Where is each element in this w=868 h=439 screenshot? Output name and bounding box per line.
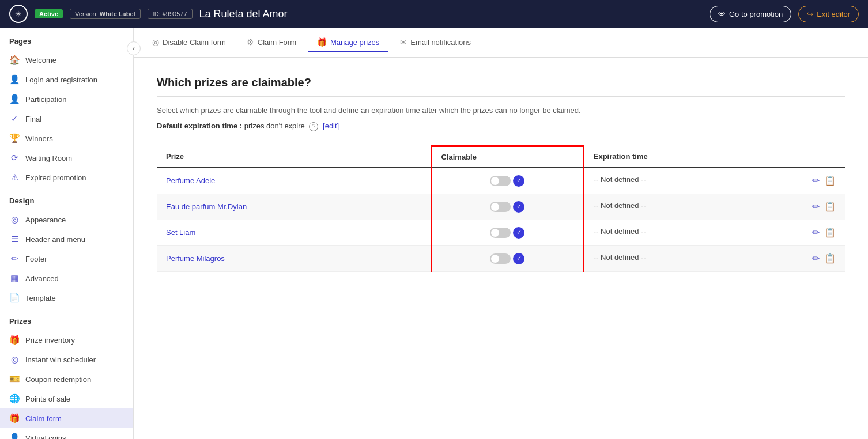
copy-icon[interactable]: 📋 bbox=[824, 227, 836, 238]
claimable-cell: ✓ bbox=[431, 194, 583, 220]
status-badge-active: Active bbox=[35, 9, 63, 18]
edit-link[interactable]: [edit] bbox=[323, 122, 339, 130]
sidebar-item-instant-win[interactable]: ◎ Instant win scheduler bbox=[0, 350, 133, 369]
sidebar-item-label: Header and menu bbox=[25, 235, 85, 244]
toggle-check[interactable]: ✓ bbox=[513, 227, 524, 239]
tab-email-notifications[interactable]: ✉ Email notifications bbox=[391, 33, 480, 52]
sidebar-item-waiting-room[interactable]: ⟳ Waiting Room bbox=[0, 148, 133, 168]
toggle-track[interactable] bbox=[490, 176, 511, 186]
default-expiry-label: Default expiration time : bbox=[157, 122, 242, 130]
toggle-check[interactable]: ✓ bbox=[513, 253, 524, 264]
prize-link[interactable]: Perfume Milagros bbox=[166, 254, 225, 263]
toggle-track[interactable] bbox=[490, 202, 511, 212]
gift-tab-icon: 🎁 bbox=[317, 37, 327, 47]
prize-link[interactable]: Set Liam bbox=[166, 228, 195, 237]
sidebar-item-login[interactable]: 👤 Login and registration bbox=[0, 70, 133, 89]
claimable-cell: ✓ bbox=[431, 168, 583, 194]
sidebar-item-label: Final bbox=[25, 115, 41, 123]
edit-icon[interactable]: ✏ bbox=[812, 253, 820, 264]
col-claimable-header: Claimable bbox=[431, 146, 583, 168]
sidebar-item-final[interactable]: ✓ Final bbox=[0, 109, 133, 128]
sidebar-item-expired[interactable]: ⚠ Expired promotion bbox=[0, 168, 133, 187]
exit-editor-button[interactable]: ↪ Exit editor bbox=[798, 6, 859, 22]
expiry-value: -- Not defined -- bbox=[594, 227, 646, 236]
sidebar-item-label: Virtual coins bbox=[25, 434, 66, 440]
table-row: Perfume Milagros ✓ -- Not defined -- ✏ 📋 bbox=[157, 245, 845, 271]
expiry-value: -- Not defined -- bbox=[594, 201, 646, 210]
sidebar-item-template[interactable]: 📄 Template bbox=[0, 288, 133, 308]
sidebar-item-participation[interactable]: 👤 Participation bbox=[0, 89, 133, 109]
goto-label: Go to promotion bbox=[729, 10, 783, 18]
promotion-title: La Ruleta del Amor bbox=[199, 8, 703, 20]
coupon-icon: 🎫 bbox=[9, 374, 20, 384]
sidebar-item-label: Instant win scheduler bbox=[25, 355, 96, 364]
user-icon: 👤 bbox=[9, 94, 20, 104]
section-design-title: Design bbox=[0, 187, 133, 210]
copy-icon[interactable]: 📋 bbox=[824, 201, 836, 212]
id-badge: ID: #990577 bbox=[148, 9, 193, 19]
sidebar-item-header-menu[interactable]: ☰ Header and menu bbox=[0, 229, 133, 249]
table-row: Eau de parfum Mr.Dylan ✓ -- Not defined … bbox=[157, 194, 845, 220]
sidebar-item-prize-inventory[interactable]: 🎁 Prize inventory bbox=[0, 330, 133, 350]
toggle-check[interactable]: ✓ bbox=[513, 175, 524, 187]
expiry-cell: -- Not defined -- ✏ 📋 bbox=[583, 245, 845, 271]
prize-link[interactable]: Eau de parfum Mr.Dylan bbox=[166, 202, 247, 211]
expiry-value: -- Not defined -- bbox=[594, 175, 646, 184]
sidebar-item-claim-form[interactable]: 🎁 Claim form bbox=[0, 408, 133, 428]
sidebar-item-winners[interactable]: 🏆 Winners bbox=[0, 128, 133, 148]
toggle-track[interactable] bbox=[490, 228, 511, 238]
sidebar-item-welcome[interactable]: 🏠 Welcome bbox=[0, 50, 133, 70]
section-pages-title: Pages bbox=[0, 28, 133, 50]
goto-promotion-button[interactable]: 👁 Go to promotion bbox=[710, 6, 791, 22]
sidebar-item-label: Winners bbox=[25, 134, 53, 143]
prize-link[interactable]: Perfume Adele bbox=[166, 176, 215, 185]
appearance-icon: ◎ bbox=[9, 214, 20, 225]
edit-icon[interactable]: ✏ bbox=[812, 201, 820, 212]
trophy-icon: 🏆 bbox=[9, 133, 20, 143]
toggle-thumb bbox=[491, 177, 499, 185]
eye-icon: 👁 bbox=[718, 10, 726, 18]
sidebar-item-coupon[interactable]: 🎫 Coupon redemption bbox=[0, 369, 133, 389]
claimable-cell: ✓ bbox=[431, 220, 583, 245]
sidebar-item-appearance[interactable]: ◎ Appearance bbox=[0, 210, 133, 229]
tab-manage-prizes[interactable]: 🎁 Manage prizes bbox=[308, 33, 388, 52]
section-prizes-title: Prizes bbox=[0, 308, 133, 330]
version-value: White Label bbox=[100, 10, 135, 17]
tab-label: Email notifications bbox=[410, 38, 471, 47]
tab-label: Manage prizes bbox=[330, 38, 379, 47]
copy-icon[interactable]: 📋 bbox=[824, 175, 836, 186]
menu-icon: ☰ bbox=[9, 234, 20, 244]
globe-icon: 🌐 bbox=[9, 393, 20, 404]
tab-claim-form[interactable]: ⚙ Claim Form bbox=[237, 33, 305, 52]
version-label: Version: bbox=[75, 10, 98, 17]
toggle-thumb bbox=[491, 255, 499, 263]
col-prize-header: Prize bbox=[157, 146, 431, 168]
sidebar-item-virtual-coins[interactable]: 👤 Virtual coins bbox=[0, 428, 133, 439]
sidebar-item-pos[interactable]: 🌐 Points of sale bbox=[0, 389, 133, 408]
copy-icon[interactable]: 📋 bbox=[824, 253, 836, 264]
sidebar-item-footer[interactable]: ✏ Footer bbox=[0, 249, 133, 268]
sidebar-item-label: Claim form bbox=[25, 414, 62, 423]
edit-icon[interactable]: ✏ bbox=[812, 227, 820, 238]
sidebar: Pages 🏠 Welcome 👤 Login and registration… bbox=[0, 28, 134, 439]
sidebar-item-label: Coupon redemption bbox=[25, 375, 91, 384]
warning-icon: ⚠ bbox=[9, 172, 20, 183]
sidebar-item-label: Expired promotion bbox=[25, 173, 86, 182]
claimable-cell: ✓ bbox=[431, 245, 583, 271]
tab-disable-claim-form[interactable]: ◎ Disable Claim form bbox=[143, 33, 235, 52]
check-icon: ✓ bbox=[9, 113, 20, 124]
edit-icon[interactable]: ✏ bbox=[812, 175, 820, 186]
help-icon[interactable]: ? bbox=[309, 122, 318, 131]
user-icon: 👤 bbox=[9, 74, 20, 85]
title-divider bbox=[157, 96, 845, 97]
table-row: Set Liam ✓ -- Not defined -- ✏ 📋 bbox=[157, 220, 845, 245]
toggle-track[interactable] bbox=[490, 253, 511, 264]
app-logo: ✳ bbox=[9, 5, 28, 23]
sidebar-item-advanced[interactable]: ▦ Advanced bbox=[0, 268, 133, 288]
advanced-icon: ▦ bbox=[9, 273, 20, 283]
tab-label: Claim Form bbox=[258, 38, 296, 47]
prize-cell: Perfume Adele bbox=[157, 168, 431, 194]
toggle-check[interactable]: ✓ bbox=[513, 201, 524, 213]
sidebar-collapse-button[interactable]: ‹ bbox=[127, 41, 141, 55]
page-description: Select which prizes are claimable throug… bbox=[157, 106, 845, 115]
